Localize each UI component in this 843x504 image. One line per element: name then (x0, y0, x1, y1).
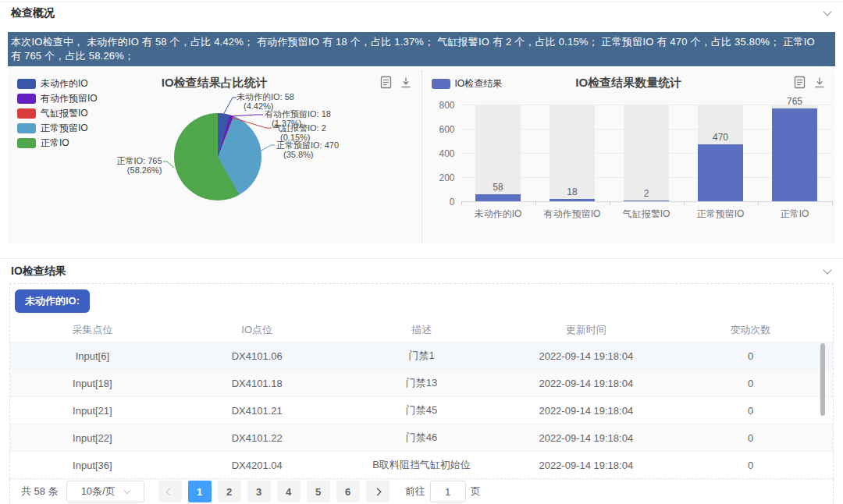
data-view-icon[interactable] (794, 76, 806, 89)
y-axis-tick-label: 0 (429, 197, 455, 208)
table-cell: Input[6] (10, 350, 175, 362)
table-cell: DX4101.22 (175, 432, 340, 444)
page-number-button[interactable]: 4 (277, 481, 301, 502)
table-row: Input[22]DX4101.22门禁462022-09-14 19:18:0… (10, 424, 833, 451)
x-axis-line (461, 201, 832, 202)
legend-item[interactable]: 有动作预留IO (17, 91, 98, 106)
pie-chart-panel[interactable]: IO检查结果占比统计 未动作的IO有动作预留IO气缸报警IO正常预留IO正常IO… (8, 69, 422, 243)
data-view-icon[interactable] (380, 76, 392, 89)
table-cell: 0 (668, 378, 833, 389)
chevron-down-icon (823, 265, 831, 274)
page-number-button[interactable]: 2 (218, 481, 241, 502)
bar-legend: IO检查结果 (432, 76, 503, 91)
bar[interactable] (475, 194, 521, 201)
table-cell: Input[18] (10, 378, 175, 389)
table-cell: 门禁13 (340, 376, 504, 390)
table-cell: 2022-09-14 19:18:04 (503, 432, 668, 444)
pie-slice-label: 正常IO: 765(58.26%) (116, 156, 162, 175)
table-cell: 2022-09-14 19:18:04 (503, 378, 668, 389)
bar[interactable] (772, 108, 817, 201)
table-cell: 2022-09-14 19:18:04 (503, 350, 668, 362)
table-cell: DX4101.06 (175, 350, 340, 362)
bar-chart-panel[interactable]: IO检查结果数量统计 IO检查结果 020040060080058未动作的IO1… (422, 69, 836, 243)
table-row: Input[6]DX4101.06门禁12022-09-14 19:18:040 (10, 342, 833, 369)
page-number-button[interactable]: 1 (188, 481, 212, 502)
goto-page-input[interactable] (430, 481, 466, 502)
legend-item[interactable]: 气缸报警IO (17, 106, 98, 121)
legend-label: IO检查结果 (455, 77, 503, 91)
section-title-overview: 检查概况 (11, 6, 55, 20)
table-header-row: 采集点位IO点位描述更新时间变动次数 (10, 318, 833, 342)
table-cell: 门禁45 (340, 403, 504, 417)
table-cell: 0 (668, 460, 833, 471)
table-header-cell: IO点位 (175, 323, 340, 337)
x-axis-category-label: 正常IO (750, 208, 836, 221)
y-axis-tick-label: 800 (429, 100, 455, 111)
pagination-bar: 共 58 条 10条/页 123456 前往 页 (9, 479, 834, 504)
results-table: 采集点位IO点位描述更新时间变动次数 Input[6]DX4101.06门禁12… (10, 318, 833, 478)
table-cell: DX4201.04 (175, 460, 340, 471)
bar-value-label: 2 (616, 188, 677, 199)
axis-tick (684, 201, 685, 205)
page-size-select[interactable]: 10条/页 (66, 481, 144, 502)
table-row: Input[18]DX4101.18门禁132022-09-14 19:18:0… (10, 369, 833, 396)
table-cell: 0 (668, 350, 833, 362)
collapse-header-results[interactable]: IO检查结果 (0, 258, 843, 283)
legend-item[interactable]: 正常IO (17, 136, 98, 151)
bar-toolbox (794, 76, 826, 89)
chevron-left-icon (166, 488, 174, 495)
axis-tick (535, 201, 536, 205)
bar[interactable] (624, 201, 669, 201)
legend-color-chip (17, 123, 36, 133)
chevron-down-icon (823, 7, 831, 16)
legend-color-chip (17, 138, 36, 148)
save-image-icon[interactable] (813, 76, 826, 89)
axis-tick (832, 201, 833, 205)
legend-label: 正常IO (41, 137, 69, 150)
table-header-cell: 采集点位 (10, 323, 175, 337)
page-number-button[interactable]: 5 (307, 481, 330, 502)
bar-value-label: 18 (542, 186, 603, 197)
bar-value-label: 58 (468, 182, 528, 193)
vertical-scrollbar-thumb[interactable] (820, 343, 825, 416)
axis-tick (461, 201, 462, 205)
bar-value-label: 765 (764, 96, 825, 107)
page-number-button[interactable]: 3 (247, 481, 271, 502)
legend-item[interactable]: IO检查结果 (432, 76, 503, 91)
collapse-header-overview[interactable]: 检查概况 (0, 2, 843, 24)
next-page-button[interactable] (366, 481, 389, 502)
table-cell: B取料阻挡气缸初始位 (340, 458, 504, 472)
page-number-button[interactable]: 6 (336, 481, 360, 502)
charts-row: IO检查结果占比统计 未动作的IO有动作预留IO气缸报警IO正常预留IO正常IO… (8, 69, 835, 243)
table-cell: 2022-09-14 19:18:04 (503, 405, 668, 417)
chevron-right-icon (374, 488, 382, 495)
table-header-cell: 描述 (340, 323, 504, 337)
table-cell: 门禁1 (340, 349, 504, 363)
legend-color-chip (17, 79, 36, 89)
bar[interactable] (550, 199, 595, 201)
filter-category-button[interactable]: 未动作的IO: (15, 289, 90, 313)
table-cell: 2022-09-14 19:18:04 (503, 460, 668, 471)
legend-label: 未动作的IO (41, 77, 88, 91)
bar[interactable] (698, 144, 743, 201)
section-title-results: IO检查结果 (11, 264, 66, 279)
prev-page-button[interactable] (158, 481, 182, 502)
legend-color-chip (17, 108, 36, 119)
pie-slice-label: 未动作的IO: 58(4.42%) (237, 92, 294, 111)
bar-background-band (624, 105, 669, 201)
pie-legend: 未动作的IO有动作预留IO气缸报警IO正常预留IO正常IO (17, 76, 98, 151)
y-axis-tick-label: 400 (429, 148, 455, 159)
pie-toolbox (380, 76, 412, 89)
table-row: Input[21]DX4101.21门禁452022-09-14 19:18:0… (10, 396, 833, 424)
pagination-total: 共 58 条 (21, 484, 59, 499)
legend-item[interactable]: 正常预留IO (17, 121, 98, 136)
y-axis-tick-label: 600 (429, 124, 455, 135)
y-axis-tick-label: 200 (429, 172, 455, 183)
legend-item[interactable]: 未动作的IO (17, 76, 98, 91)
pie-chart[interactable] (174, 113, 261, 201)
save-image-icon[interactable] (400, 76, 412, 89)
table-cell: Input[36] (10, 460, 175, 471)
table-cell: 0 (668, 432, 833, 444)
legend-color-chip (17, 94, 36, 104)
table-cell: 0 (668, 405, 833, 417)
